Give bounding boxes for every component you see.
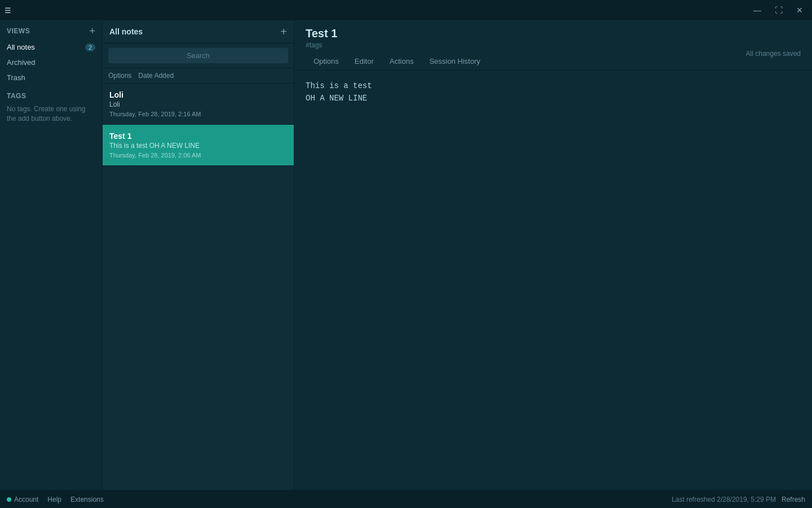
tags-header: Tags — [0, 85, 102, 102]
notes-date-added-button[interactable]: Date Added — [138, 72, 174, 80]
sidebar: Views + All notes 2 Archived Trash Tags … — [0, 20, 103, 490]
titlebar: ☰ — ⛶ ✕ — [0, 0, 812, 20]
notes-add-button[interactable]: + — [280, 26, 287, 37]
tab-editor[interactable]: Editor — [347, 54, 382, 70]
search-input[interactable] — [108, 48, 288, 63]
notes-list: Loli Loli Thursday, Feb 28, 2019, 2:16 A… — [103, 84, 294, 490]
tab-options[interactable]: Options — [306, 54, 347, 70]
note-date: Thursday, Feb 28, 2019, 2:06 AM — [109, 152, 287, 159]
tab-session-history[interactable]: Session History — [421, 54, 488, 70]
extensions-button[interactable]: Extensions — [70, 496, 104, 503]
bottombar-right: Last refreshed 2/28/2019, 5:29 PM Refres… — [672, 496, 805, 503]
editor-panel: Test 1 #tags Options Editor Actions Sess… — [294, 20, 812, 490]
last-refreshed-text: Last refreshed 2/28/2019, 5:29 PM — [672, 496, 776, 503]
editor-header: Test 1 #tags Options Editor Actions Sess… — [294, 20, 812, 71]
note-date: Thursday, Feb 28, 2019, 2:16 AM — [109, 111, 287, 117]
editor-status: All changes saved — [746, 50, 801, 58]
close-button[interactable]: ✕ — [792, 3, 807, 17]
sidebar-item-trash[interactable]: Trash — [0, 70, 102, 85]
sidebar-item-all-notes-count: 2 — [85, 43, 95, 51]
account-status-dot — [7, 497, 11, 502]
sidebar-item-all-notes-label: All notes — [7, 43, 35, 51]
sidebar-item-trash-label: Trash — [7, 73, 25, 82]
notes-panel-header: All notes + — [103, 20, 294, 43]
bottombar-left: Account Help Extensions — [7, 496, 104, 503]
note-title: Loli — [109, 90, 287, 99]
menu-icon[interactable]: ☰ — [5, 6, 11, 15]
sidebar-item-archived[interactable]: Archived — [0, 55, 102, 70]
maximize-button[interactable]: ⛶ — [770, 3, 787, 17]
notes-options-bar: Options Date Added — [103, 68, 294, 84]
note-item-loli[interactable]: Loli Loli Thursday, Feb 28, 2019, 2:16 A… — [103, 84, 294, 125]
views-header: Views + — [0, 20, 102, 40]
note-preview: Loli — [109, 100, 287, 108]
account-label: Account — [14, 496, 38, 503]
notes-options-button[interactable]: Options — [108, 72, 131, 80]
help-label: Help — [47, 496, 61, 503]
tab-actions[interactable]: Actions — [382, 54, 422, 70]
account-button[interactable]: Account — [7, 496, 38, 503]
help-button[interactable]: Help — [47, 496, 61, 503]
note-title: Test 1 — [109, 132, 287, 141]
minimize-button[interactable]: — — [749, 3, 766, 17]
bottombar: Account Help Extensions Last refreshed 2… — [0, 490, 812, 508]
note-item-test1[interactable]: Test 1 This is a test OH A NEW LINE Thur… — [103, 125, 294, 166]
notes-panel: All notes + Options Date Added Loli Loli… — [103, 20, 294, 490]
editor-tabs: Options Editor Actions Session History — [306, 54, 801, 70]
titlebar-controls: — ⛶ ✕ — [749, 3, 807, 17]
editor-note-title: Test 1 — [306, 27, 801, 40]
tags-empty-message: No tags. Create one using the add button… — [0, 102, 102, 126]
views-label: Views — [7, 27, 30, 35]
note-preview: This is a test OH A NEW LINE — [109, 142, 287, 150]
main-layout: Views + All notes 2 Archived Trash Tags … — [0, 20, 812, 490]
refresh-button[interactable]: Refresh — [782, 496, 805, 503]
editor-note-tags: #tags — [306, 41, 801, 49]
search-box — [103, 43, 294, 68]
editor-body[interactable]: This is a test OH A NEW LINE — [294, 71, 812, 490]
notes-panel-title: All notes — [109, 27, 143, 36]
sidebar-item-archived-label: Archived — [7, 58, 36, 67]
extensions-label: Extensions — [70, 496, 104, 503]
views-add-button[interactable]: + — [89, 26, 95, 36]
sidebar-item-all-notes[interactable]: All notes 2 — [0, 40, 102, 55]
